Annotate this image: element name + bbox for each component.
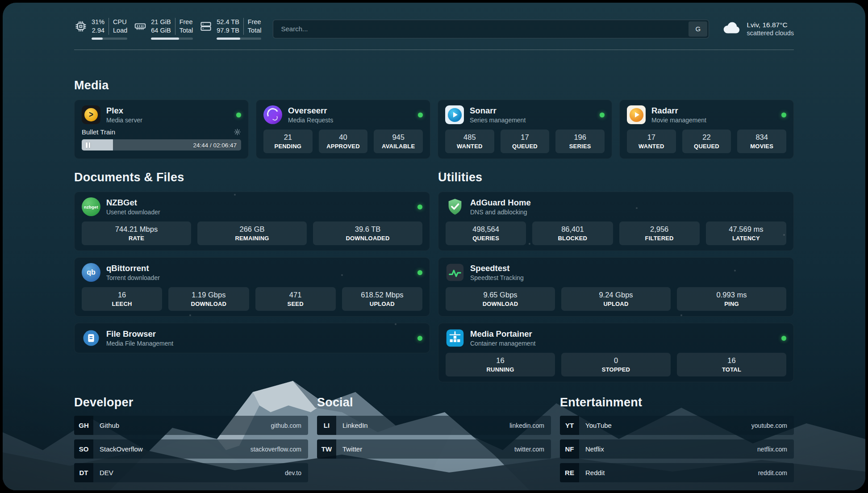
status-dot [417,336,422,341]
bookmark-url: stackoverflow.com [250,446,301,453]
status-dot [417,270,422,275]
weather-widget[interactable]: Lviv, 16.87°C scattered clouds [721,21,794,37]
app-name: qBittorrent [106,263,160,273]
sonarr-card[interactable]: Sonarr Series management 485 WANTED 17 Q… [438,100,612,159]
status-dot [236,113,241,117]
bookmark-github[interactable]: GH Github github.com [74,416,308,435]
pause-icon[interactable] [86,142,90,148]
header-divider [74,50,794,50]
stat-box: 16 TOTAL [677,353,786,376]
filebrowser-card[interactable]: File Browser Media File Management [74,323,430,353]
bookmark-abbr: DT [74,463,93,482]
portainer-card[interactable]: Media Portainer Container management 16 … [438,323,794,382]
playback-time: 24:44 / 02:06:47 [193,142,237,148]
status-dot [600,113,605,117]
bookmark-linkedin[interactable]: LI LinkedIn linkedin.com [317,416,551,435]
cloud-icon [721,21,741,37]
app-subtitle: Usenet downloader [106,209,160,216]
stat-box: 21 PENDING [263,130,313,153]
documents-heading: Documents & Files [74,171,430,184]
bookmark-abbr: GH [74,416,93,435]
nzbget-card[interactable]: nzbget NZBGet Usenet downloader 744.21 M… [74,192,430,251]
stat-box: 9.24 Gbps UPLOAD [561,287,671,311]
cpu-load-value: 2.94 [92,26,104,35]
widget-divider [243,18,244,35]
bookmark-twitter[interactable]: TW Twitter twitter.com [317,439,551,459]
stat-box: 744.21 Mbps RATE [82,221,191,245]
stat-box: 16 RUNNING [446,353,555,376]
bookmarks-developer: Developer GH Github github.com SO StackO… [74,396,308,487]
bookmarks-entertainment: Entertainment YT YouTube youtube.com NF … [560,396,794,487]
bookmark-name: Github [100,422,119,429]
app-subtitle: Media Requests [288,117,333,124]
stat-box: 47.569 ms LATENCY [706,221,786,245]
disk-free-label: Free [248,18,262,26]
status-dot [781,113,786,117]
stat-box: 9.65 Gbps DOWNLOAD [446,287,555,311]
bookmark-name: YouTube [585,422,612,429]
app-subtitle: Torrent downloader [106,274,160,281]
app-name: Sonarr [470,106,526,116]
bookmark-youtube[interactable]: YT YouTube youtube.com [560,416,794,435]
stat-box: 40 APPROVED [319,130,368,153]
dashboard: 31% 2.94 CPU Load [3,3,865,490]
cpu-widget: 31% 2.94 CPU Load [74,18,127,40]
bookmark-abbr: YT [560,416,579,435]
bookmark-name: Twitter [342,445,362,453]
bookmark-url: twitter.com [514,446,544,453]
disk-icon [199,20,213,35]
ram-total-value: 64 GiB [151,26,171,35]
bookmark-url: github.com [271,422,301,429]
bookmark-abbr: LI [317,416,336,435]
bookmark-url: dev.to [285,469,301,476]
bookmark-reddit[interactable]: RE Reddit reddit.com [560,463,794,482]
bookmark-url: netflix.com [757,446,787,453]
status-dot [418,113,423,117]
bookmark-abbr: NF [560,439,579,459]
app-name: AdGuard Home [470,198,531,208]
search-input[interactable] [275,25,689,33]
social-heading: Social [317,396,551,409]
plex-card[interactable]: > Plex Media server Bullet Train [74,100,249,159]
bookmark-url: youtube.com [751,422,787,429]
weather-condition: scattered clouds [747,29,794,37]
stat-box: 471 SEED [255,287,336,311]
bookmark-name: DEV [100,469,113,476]
section-documents-files: Documents & Files nzbget NZBGet Usenet d… [74,171,430,382]
bookmark-stackoverflow[interactable]: SO StackOverflow stackoverflow.com [74,439,308,459]
radarr-card[interactable]: Radarr Movie management 17 WANTED 22 QUE… [619,100,794,159]
now-playing-title: Bullet Train [82,128,115,136]
disk-free-value: 52.4 TB [217,18,239,26]
playback-progress-bar[interactable]: 24:44 / 02:06:47 [82,139,241,150]
stat-box: 16 LEECH [82,287,162,311]
utilities-heading: Utilities [438,171,794,184]
bookmark-name: StackOverflow [100,445,143,453]
section-utilities: Utilities [438,171,794,382]
section-media: Media > Plex Media server [74,79,794,159]
overseerr-card[interactable]: Overseerr Media Requests 21 PENDING 40 A… [256,100,430,159]
weather-location-temp: Lviv, 16.87°C [747,21,794,29]
settings-gear-icon[interactable] [234,128,241,136]
bookmark-netflix[interactable]: NF Netflix netflix.com [560,439,794,459]
stat-box: 266 GB REMAINING [197,221,307,245]
app-subtitle: Series management [470,117,526,124]
ram-progress-bar [151,38,193,40]
stat-box: 1.19 Gbps DOWNLOAD [168,287,249,311]
bookmark-dev[interactable]: DT DEV dev.to [74,463,308,482]
ram-icon [134,20,147,35]
stat-box: 0.993 ms PING [677,287,786,311]
qbittorrent-card[interactable]: qb qBittorrent Torrent downloader 16 LEE… [74,257,430,317]
stat-box: 485 WANTED [445,130,494,153]
app-subtitle: Media File Management [106,340,173,347]
search-bar[interactable]: G [273,20,709,38]
app-subtitle: DNS and adblocking [470,209,531,216]
stat-box: 498,564 QUERIES [446,221,526,245]
search-engine-button[interactable]: G [689,21,707,37]
ram-widget: 21 GiB 64 GiB Free Total [134,18,193,40]
stat-box: 0 STOPPED [561,353,671,376]
speedtest-card[interactable]: Speedtest Speedtest Tracking 9.65 Gbps D… [438,257,794,317]
cpu-load-label: Load [113,26,127,35]
ram-free-label: Free [179,18,193,26]
adguard-card[interactable]: AdGuard Home DNS and adblocking 498,564 … [438,192,794,251]
overseerr-icon [263,105,282,124]
